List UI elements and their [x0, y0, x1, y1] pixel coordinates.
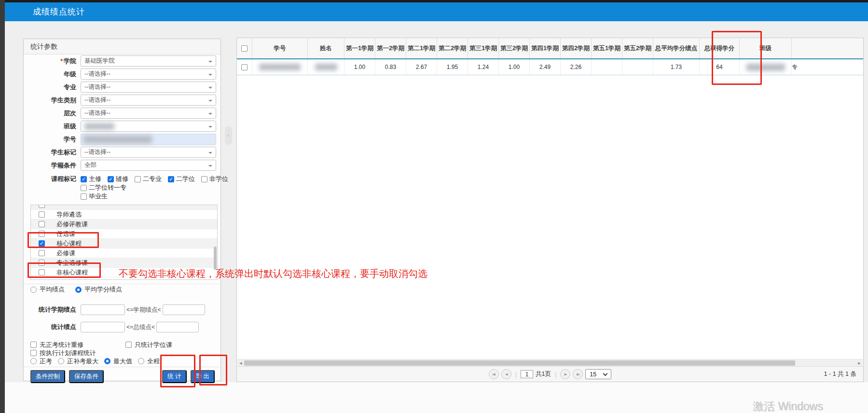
semester-gpa-min-input[interactable] [81, 304, 125, 315]
list-item-clipped[interactable] [31, 205, 217, 210]
next-page-button[interactable]: ▶ [560, 369, 570, 379]
redacted-value [746, 64, 785, 71]
radio-regular-makeup-max[interactable] [58, 358, 64, 364]
scroll-right-icon[interactable]: ▶ [856, 359, 863, 367]
options-row-2: 按执行计划课程统计 [24, 349, 220, 357]
scrollbar-thumb[interactable] [244, 360, 795, 366]
row-checkbox[interactable] [241, 64, 248, 70]
checkbox-graduate[interactable] [81, 193, 87, 200]
col-header-name[interactable]: 姓名 [308, 38, 344, 58]
checkbox[interactable] [39, 221, 45, 227]
stats-params-panel: 统计参数 *学院 基础医学院 年级 --请选择-- 专业 --请选择-- 学生类… [23, 39, 221, 381]
total-gpa-min-input[interactable] [81, 322, 125, 332]
student-flag-select[interactable]: --请选择-- [81, 147, 216, 158]
grade-select[interactable]: --请选择-- [81, 69, 216, 80]
col-header-sem[interactable]: 第三1学期 [468, 38, 499, 58]
student-type-select[interactable]: --请选择-- [81, 95, 216, 106]
chevron-down-icon [208, 100, 212, 102]
radio-max-value[interactable] [104, 358, 110, 364]
checkbox-major-course[interactable] [81, 176, 87, 182]
panel-collapse-handle[interactable]: ‹ [225, 126, 232, 145]
col-header-total-credits[interactable]: 总获得学分 [700, 38, 740, 58]
checkbox-second-degree-transfer[interactable] [81, 185, 87, 191]
list-item-core-course[interactable]: 核心课程 [31, 239, 217, 248]
export-button[interactable]: 导 出 [191, 370, 215, 383]
cell-sem [622, 59, 653, 75]
col-header-sem[interactable]: 第三2学期 [499, 38, 530, 58]
list-item[interactable]: 必修课 [31, 248, 217, 258]
col-header-total-avg-gpa[interactable]: 总平均学分绩点 [653, 38, 700, 58]
total-gpa-range-row: 统计绩点 <=总绩点< [24, 320, 220, 334]
first-page-button[interactable]: |◀ [489, 369, 499, 379]
cell-sem: 1.95 [437, 59, 468, 75]
col-header-sem[interactable]: 第一2学期 [375, 38, 406, 58]
field-label: 层次 [24, 109, 81, 118]
checkbox[interactable] [39, 231, 45, 237]
col-header-student-id[interactable]: 学号 [252, 38, 308, 58]
checkbox-core-course[interactable] [39, 240, 45, 247]
enrollment-condition-select[interactable]: 全部 [81, 160, 216, 171]
col-header-sem[interactable]: 第四1学期 [530, 38, 561, 58]
divider: | [515, 371, 517, 378]
major-select[interactable]: --请选择-- [81, 82, 216, 93]
student-id-input[interactable] [81, 134, 216, 145]
save-condition-button[interactable]: 保存条件 [69, 370, 104, 383]
chevron-down-icon [208, 152, 212, 154]
level-select[interactable]: --请选择-- [81, 108, 216, 119]
radio-credit-weighted-gpa[interactable] [75, 287, 82, 293]
col-header-sem[interactable]: 第五1学期 [592, 38, 622, 58]
list-scrollbar[interactable] [214, 247, 217, 270]
table-row[interactable]: 1.00 0.83 2.67 1.95 1.24 1.00 2.49 2.26 … [237, 59, 863, 75]
statistics-button[interactable]: 统 计 [162, 370, 186, 383]
panel-title: 统计参数 [24, 39, 220, 55]
checkbox-minor-course[interactable] [108, 176, 114, 182]
field-college: *学院 基础医学院 [24, 55, 220, 68]
select-all-checkbox[interactable] [241, 45, 248, 52]
checkbox[interactable] [39, 205, 45, 208]
list-item[interactable]: 任选课 [31, 229, 217, 239]
checkbox-by-execution-plan[interactable] [30, 350, 37, 356]
radio-regular-exam[interactable] [30, 358, 37, 364]
col-header-sem[interactable]: 第二2学期 [437, 38, 468, 58]
cell-total-avg-gpa: 1.73 [653, 59, 700, 75]
checkbox-second-degree[interactable] [168, 176, 174, 182]
checkbox-no-regular-exam-retake[interactable] [30, 342, 37, 348]
checkbox-non-degree[interactable] [201, 176, 207, 182]
page-size-select[interactable]: 15 [585, 369, 611, 379]
last-page-button[interactable]: ▶| [573, 369, 583, 379]
total-gpa-max-input[interactable] [156, 322, 199, 332]
col-header-sem[interactable]: 第一1学期 [344, 38, 375, 58]
semester-gpa-max-input[interactable] [163, 304, 205, 315]
chevron-down-icon [603, 372, 608, 376]
redacted-value [84, 123, 114, 130]
checkbox-non-core-course[interactable] [39, 269, 45, 275]
radio-full-course[interactable] [138, 358, 144, 364]
scroll-left-icon[interactable]: ◀ [237, 359, 244, 367]
list-item[interactable]: 导师遴选 [31, 210, 217, 220]
field-grade: 年级 --请选择-- [24, 68, 220, 81]
windows-activation-watermark: 激活 Windows [753, 399, 823, 413]
checkbox-degree-courses-only[interactable] [125, 342, 132, 348]
prev-page-button[interactable]: ◀ [501, 369, 511, 379]
col-header-sem[interactable]: 第五2学期 [622, 38, 653, 58]
table-header: 学号 姓名 第一1学期 第一2学期 第二1学期 第二2学期 第三1学期 第三2学… [237, 38, 863, 59]
horizontal-scrollbar[interactable]: ◀ ▶ [237, 359, 863, 366]
checkbox[interactable] [39, 211, 45, 218]
page-number-input[interactable] [521, 370, 533, 378]
list-item[interactable]: 专业选修课 [31, 258, 217, 268]
field-level: 层次 --请选择-- [24, 107, 220, 120]
col-header-sem[interactable]: 第二1学期 [406, 38, 437, 58]
list-item[interactable]: 必修评教课 [31, 220, 217, 229]
class-select[interactable] [81, 121, 216, 132]
field-major: 专业 --请选择-- [24, 81, 220, 94]
cell-sem: 2.26 [561, 59, 592, 75]
college-select[interactable]: 基础医学院 [81, 55, 216, 67]
condition-control-button[interactable]: 条件控制 [30, 370, 65, 383]
col-header-sem[interactable]: 第四2学期 [561, 38, 592, 58]
col-header-class[interactable]: 班级 [740, 38, 792, 58]
checkbox[interactable] [39, 250, 45, 256]
checkbox[interactable] [39, 260, 45, 266]
checkbox-second-major[interactable] [135, 176, 141, 182]
cell-student-id [252, 59, 308, 75]
radio-average-gpa[interactable] [30, 287, 37, 293]
